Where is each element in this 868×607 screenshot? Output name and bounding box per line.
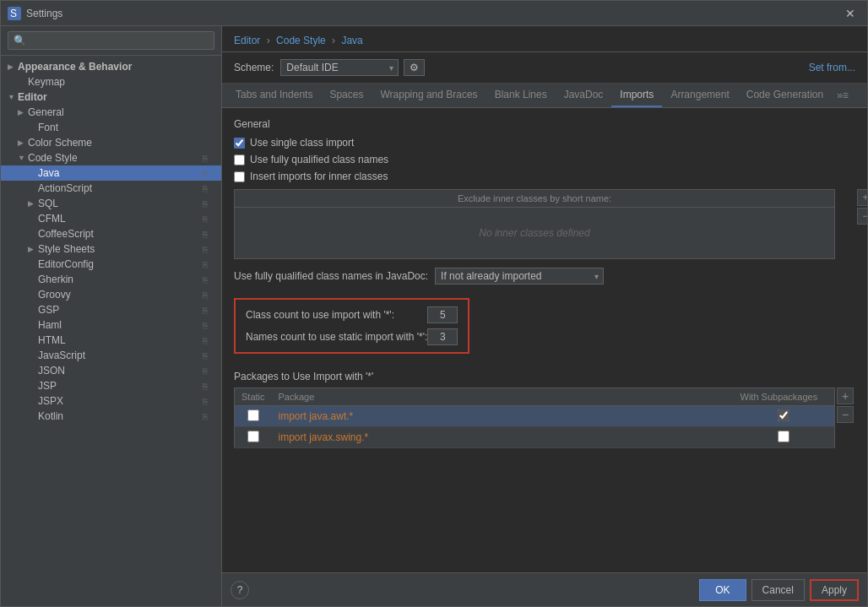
row2-subpackages-checkbox[interactable] <box>778 431 789 442</box>
sidebar-item-haml[interactable]: Haml ⎘ <box>1 317 221 333</box>
javadoc-select[interactable]: If not already imported Always Never <box>435 268 604 285</box>
table-row: import java.awt.* <box>235 406 835 427</box>
packages-remove-button[interactable]: − <box>837 406 854 423</box>
exclude-remove-button[interactable]: − <box>857 208 867 225</box>
exclude-box: Exclude inner classes by short name: No … <box>234 189 835 259</box>
sidebar-item-color-scheme[interactable]: ▶ Color Scheme <box>1 135 221 150</box>
exclude-body: No inner classes defined <box>235 208 834 258</box>
row1-static-checkbox[interactable] <box>247 409 259 421</box>
tab-code-generation[interactable]: Code Generation <box>738 84 832 107</box>
sidebar-item-label: Font <box>38 122 214 133</box>
tab-spaces[interactable]: Spaces <box>321 84 372 107</box>
sidebar-item-sql[interactable]: ▶ SQL ⎘ <box>1 196 221 211</box>
sidebar-item-label: General <box>28 106 214 118</box>
copy-icon: ⎘ <box>203 230 214 239</box>
sidebar-item-groovy[interactable]: Groovy ⎘ <box>1 287 221 302</box>
bottom-right-buttons: OK Cancel Apply <box>699 579 859 601</box>
arrow-icon: ▶ <box>28 245 38 253</box>
tab-overflow-button[interactable]: »≡ <box>833 84 852 106</box>
scheme-gear-button[interactable]: ⚙ <box>404 59 425 76</box>
copy-icon: ⎘ <box>203 199 214 209</box>
cancel-button[interactable]: Cancel <box>751 579 805 601</box>
sidebar-item-keymap[interactable]: Keymap <box>1 74 221 89</box>
class-count-input[interactable] <box>427 306 458 323</box>
packages-section: Packages to Use Import with '*' Static P… <box>234 371 855 448</box>
fully-qualified-checkbox[interactable] <box>234 154 245 165</box>
settings-window: S Settings ✕ ▶ Appearance & Behavior Key… <box>0 0 868 607</box>
sidebar-item-label: Java <box>38 167 201 179</box>
row1-package-text: import java.awt.* <box>279 410 354 422</box>
sidebar-item-label: Kotlin <box>38 410 201 422</box>
sidebar: ▶ Appearance & Behavior Keymap ▼ Editor … <box>1 26 222 606</box>
tab-wrapping[interactable]: Wrapping and Braces <box>372 84 486 107</box>
sidebar-item-gherkin[interactable]: Gherkin ⎘ <box>1 272 221 287</box>
breadcrumb-sep1: › <box>267 35 273 46</box>
arrow-icon: ▶ <box>8 62 18 71</box>
app-icon: S <box>8 7 21 20</box>
copy-icon: ⎘ <box>203 214 214 224</box>
sidebar-item-jsp[interactable]: JSP ⎘ <box>1 378 221 393</box>
copy-icon: ⎘ <box>203 275 214 285</box>
breadcrumb-java: Java <box>341 35 362 46</box>
insert-imports-checkbox[interactable] <box>234 171 245 182</box>
exclude-add-button[interactable]: + <box>857 189 867 206</box>
tab-javadoc[interactable]: JavaDoc <box>556 84 612 107</box>
exclude-empty-text: No inner classes defined <box>479 227 589 239</box>
copy-icon: ⎘ <box>203 306 214 315</box>
col-static: Static <box>235 388 272 406</box>
fully-qualified-label: Use fully qualified class names <box>250 154 388 165</box>
search-input[interactable] <box>8 31 214 50</box>
packages-add-button[interactable]: + <box>837 388 854 404</box>
sidebar-item-style-sheets[interactable]: ▶ Style Sheets ⎘ <box>1 241 221 257</box>
set-from-link[interactable]: Set from... <box>809 62 855 73</box>
static-count-row: Names count to use static import with '*… <box>246 328 458 345</box>
close-button[interactable]: ✕ <box>840 5 860 22</box>
breadcrumb-code-style: Code Style <box>276 35 326 46</box>
sidebar-item-coffeescript[interactable]: CoffeeScript ⎘ <box>1 226 221 241</box>
sidebar-item-html[interactable]: HTML ⎘ <box>1 333 221 348</box>
sidebar-item-general[interactable]: ▶ General <box>1 105 221 120</box>
col-package: Package <box>272 388 734 406</box>
row1-subpackages-checkbox[interactable] <box>778 409 789 421</box>
tab-imports[interactable]: Imports <box>611 84 662 107</box>
table-cell-subpackages <box>734 406 835 427</box>
general-section-title: General <box>234 118 855 130</box>
table-cell-package: import javax.swing.* <box>272 427 734 448</box>
help-button[interactable]: ? <box>231 581 249 599</box>
table-side-buttons: + − <box>837 388 854 425</box>
static-count-input[interactable] <box>427 328 458 345</box>
sidebar-item-jspx[interactable]: JSPX ⎘ <box>1 393 221 409</box>
sidebar-item-actionscript[interactable]: ActionScript ⎘ <box>1 181 221 196</box>
sidebar-item-label: Code Style <box>28 152 201 164</box>
tab-tabs-indents[interactable]: Tabs and Indents <box>227 84 321 107</box>
copy-icon: ⎘ <box>203 412 214 421</box>
sidebar-item-java[interactable]: Java ⎘ <box>1 165 221 181</box>
sidebar-item-editorconfig[interactable]: EditorConfig ⎘ <box>1 257 221 272</box>
single-class-checkbox[interactable] <box>234 138 245 149</box>
sidebar-item-cfml[interactable]: CFML ⎘ <box>1 211 221 226</box>
sidebar-item-editor[interactable]: ▼ Editor <box>1 89 221 105</box>
scheme-select[interactable]: Default IDE <box>280 59 399 76</box>
ok-button[interactable]: OK <box>699 579 746 601</box>
row2-static-checkbox[interactable] <box>247 431 259 442</box>
apply-button[interactable]: Apply <box>810 579 859 601</box>
sidebar-item-label: ActionScript <box>38 182 201 194</box>
tab-blank-lines[interactable]: Blank Lines <box>486 84 556 107</box>
sidebar-item-gsp[interactable]: GSP ⎘ <box>1 302 221 317</box>
exclude-header: Exclude inner classes by short name: <box>235 190 834 208</box>
sidebar-item-javascript[interactable]: JavaScript ⎘ <box>1 348 221 363</box>
sidebar-item-label: SQL <box>38 198 201 209</box>
insert-imports-label: Insert imports for inner classes <box>250 171 388 182</box>
sidebar-item-code-style[interactable]: ▼ Code Style ⎘ <box>1 150 221 165</box>
col-subpackages: With Subpackages <box>734 388 835 406</box>
main-content: ▶ Appearance & Behavior Keymap ▼ Editor … <box>1 26 867 606</box>
sidebar-item-kotlin[interactable]: Kotlin ⎘ <box>1 409 221 424</box>
sidebar-item-appearance[interactable]: ▶ Appearance & Behavior <box>1 59 221 74</box>
breadcrumb-editor: Editor <box>234 35 260 46</box>
tab-arrangement[interactable]: Arrangement <box>662 84 737 107</box>
sidebar-item-json[interactable]: JSON ⎘ <box>1 363 221 378</box>
sidebar-item-label: Gherkin <box>38 274 201 285</box>
arrow-icon: ▶ <box>28 199 38 208</box>
sidebar-item-font[interactable]: Font <box>1 120 221 135</box>
sidebar-item-label: EditorConfig <box>38 258 201 270</box>
